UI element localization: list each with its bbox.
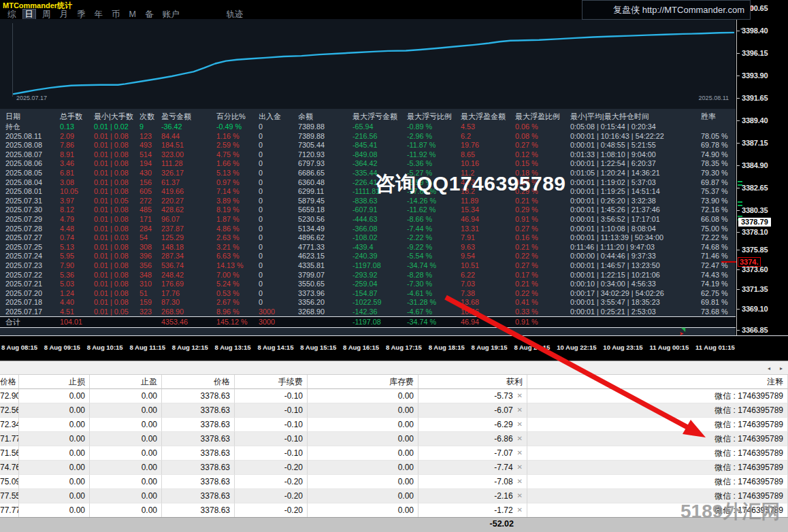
stats-cell-pnl: 84.44 bbox=[161, 132, 216, 142]
stats-cell-pnl: 220.27 bbox=[161, 197, 216, 206]
stats-cell-pct: 1.87 % bbox=[216, 215, 259, 225]
menu-item-币[interactable]: 币 bbox=[110, 10, 122, 19]
menu-item-M[interactable]: M bbox=[127, 10, 138, 19]
stats-cell-minmax bbox=[94, 317, 139, 327]
close-order-icon[interactable]: ✕ bbox=[517, 418, 523, 431]
trade-cell-commission: -0.10 bbox=[235, 432, 308, 446]
stats-cell-pct: 3.89 % bbox=[216, 197, 259, 206]
stats-cell-hold_time: 0:01:33 | 1:08:10 | 9:04:00 bbox=[570, 150, 701, 160]
chart-area: 2025.07.17 2025.08.11 日期总手数最小|大手数次数盈亏金额百… bbox=[0, 19, 736, 335]
profit-value: -6.07 bbox=[494, 403, 512, 417]
trade-cell-swap: 0.00 bbox=[308, 432, 418, 446]
stats-cell-win_rate: 75.00 % bbox=[701, 225, 736, 234]
trade-row[interactable]: 71.560.000.003378.63-0.100.00-7.07✕微信 : … bbox=[0, 446, 788, 461]
trade-cell-open_price: 72.56 bbox=[0, 403, 19, 418]
stats-cell-max_fp_pct: 0.08 % bbox=[515, 132, 570, 142]
close-order-icon[interactable]: ✕ bbox=[517, 389, 523, 403]
trade-cell-sl: 0.00 bbox=[19, 418, 90, 432]
trade-cell-comment: 微信 : 1746395789 bbox=[527, 461, 788, 475]
trade-cell-sl: 0.00 bbox=[19, 489, 90, 503]
stats-cell-balance: 5879.45 bbox=[298, 197, 352, 206]
close-order-icon[interactable]: ✕ bbox=[517, 461, 523, 474]
trade-cell-open_price: 72.34 bbox=[0, 418, 19, 432]
trade-cell-comment: 微信 : 1746395789 bbox=[527, 432, 788, 446]
stats-cell-date: 2025.07.24 bbox=[5, 252, 60, 261]
stats-cell-inout: 0 bbox=[259, 205, 298, 215]
time-tick-label: 8 Aug 11:15 bbox=[129, 344, 165, 351]
stats-cell-max_dd: -216.56 bbox=[352, 132, 407, 142]
stats-row: 2025.07.294.790.01 | 0.0817196.071.87 %0… bbox=[0, 215, 736, 225]
close-order-icon[interactable]: ✕ bbox=[517, 446, 523, 460]
stats-cell-balance: 7305.44 bbox=[298, 141, 352, 150]
trade-cell-profit: -6.86✕ bbox=[418, 432, 527, 446]
time-tick-label: 8 Aug 09:15 bbox=[44, 344, 80, 351]
close-order-icon[interactable]: ✕ bbox=[517, 403, 523, 417]
trade-row[interactable]: 72.340.000.003378.63-0.100.00-6.29✕微信 : … bbox=[0, 418, 788, 432]
trade-row[interactable]: 72.900.000.003378.63-0.100.00-5.73✕微信 : … bbox=[0, 389, 788, 403]
profit-value: -7.07 bbox=[494, 446, 512, 460]
stats-cell-max_fp_pct: 0.21 % bbox=[515, 243, 570, 252]
stats-cell-minmax: 0.01 | 0.08 bbox=[94, 225, 139, 234]
stats-cell-inout: 0 bbox=[259, 141, 298, 150]
menu-item-备[interactable]: 备 bbox=[143, 10, 156, 19]
menu-item-周[interactable]: 周 bbox=[40, 10, 53, 19]
menu-item-账户[interactable]: 账户 bbox=[160, 10, 181, 19]
menu-item-日[interactable]: 日 bbox=[23, 10, 36, 19]
close-order-icon[interactable]: ✕ bbox=[517, 432, 523, 446]
stats-cell-max_dd_pct: -11.87 % bbox=[407, 141, 461, 150]
stats-header-cell: 次数 bbox=[139, 111, 161, 122]
menu-item-月[interactable]: 月 bbox=[58, 10, 71, 19]
stats-cell-date: 2025.07.18 bbox=[5, 298, 60, 307]
scroll-right-icon[interactable]: ▸ bbox=[780, 365, 783, 371]
menu-item-季[interactable]: 季 bbox=[75, 10, 88, 19]
time-tick-label: 8 Aug 18:15 bbox=[429, 344, 465, 351]
close-order-icon[interactable]: ✕ bbox=[517, 475, 523, 488]
menu-item-轨迹[interactable]: 轨迹 bbox=[224, 10, 245, 19]
stats-cell-count bbox=[139, 317, 161, 327]
stats-cell-lots: 2.09 bbox=[60, 132, 94, 142]
trade-row[interactable]: 75.090.000.003378.63-0.200.00-7.08✕微信 : … bbox=[0, 475, 788, 489]
trade-cell-open_price: 72.90 bbox=[0, 389, 19, 403]
stats-cell-inout: 0 bbox=[259, 159, 298, 169]
brand-tooltip[interactable]: 复盘侠 http://MTCommander.com bbox=[582, 0, 751, 20]
trade-row[interactable]: 71.770.000.003378.63-0.100.00-6.86✕微信 : … bbox=[0, 432, 788, 446]
price-tick: 3366.85 bbox=[737, 326, 768, 334]
close-order-icon[interactable]: ✕ bbox=[517, 503, 523, 517]
stats-cell-max_fp: 10.16 bbox=[461, 159, 515, 169]
stats-cell-pnl: 125.29 bbox=[161, 233, 216, 243]
stats-cell-pct: 5.13 % bbox=[216, 169, 259, 178]
trade-row[interactable]: 77.770.000.003378.63-0.200.00-1.72✕微信 : … bbox=[0, 503, 788, 518]
curve-end-date: 2025.08.11 bbox=[699, 95, 729, 101]
stats-cell-pnl: 428.62 bbox=[161, 205, 216, 215]
trade-row[interactable]: 74.760.000.003378.63-0.200.00-7.74✕微信 : … bbox=[0, 461, 788, 475]
menu-item-年[interactable]: 年 bbox=[93, 10, 105, 19]
stats-cell-pct: 7.00 % bbox=[216, 271, 259, 280]
close-order-icon[interactable]: ✕ bbox=[517, 489, 523, 503]
stats-cell-pct: 145.12 % bbox=[216, 317, 259, 327]
stats-cell-count: 308 bbox=[139, 243, 161, 252]
price-axis[interactable]: 8 3378.79 3374. 3400.653398.403396.15339… bbox=[736, 0, 788, 335]
scroll-left-icon[interactable]: ◂ bbox=[768, 365, 770, 371]
stats-cell-pnl: 111.28 bbox=[161, 159, 216, 169]
trade-header-cell: 手续费 bbox=[235, 375, 308, 389]
stats-cell-minmax: 0.01 | 0.08 bbox=[94, 141, 139, 150]
price-tick-label: 3382.65 bbox=[742, 184, 768, 192]
menu-item-综[interactable]: 综 bbox=[5, 10, 18, 19]
trade-cell-tp: 0.00 bbox=[90, 461, 162, 475]
stats-cell-max_dd_pct: -7.44 % bbox=[407, 225, 461, 234]
stats-header-cell: 最小|平均|最大持仓时间 bbox=[570, 111, 701, 122]
trade-cell-open_price: 71.56 bbox=[0, 446, 19, 461]
stats-header-cell: 总手数 bbox=[60, 111, 94, 122]
trade-cell-open_price: 77.55 bbox=[0, 489, 19, 503]
trade-row[interactable]: 72.560.000.003378.63-0.100.00-6.07✕微信 : … bbox=[0, 403, 788, 418]
time-axis[interactable]: 8 Aug 08:158 Aug 09:158 Aug 10:158 Aug 1… bbox=[0, 335, 788, 361]
time-tick-label: 8 Aug 10:15 bbox=[87, 344, 123, 351]
stats-cell-win_rate: 78.35 % bbox=[701, 159, 736, 169]
stats-cell-pct: 2.59 % bbox=[216, 141, 259, 150]
tick-dash bbox=[737, 210, 740, 211]
stats-cell-max_fp: 19.76 bbox=[461, 141, 515, 150]
price-tick-label: 3380.35 bbox=[742, 206, 768, 214]
stats-cell-max_fp: 6.22 bbox=[461, 271, 515, 280]
trade-row[interactable]: 77.550.000.003378.63-0.200.00-2.16✕微信 : … bbox=[0, 489, 788, 503]
stats-cell-max_fp_pct: 0.29 % bbox=[515, 205, 570, 215]
